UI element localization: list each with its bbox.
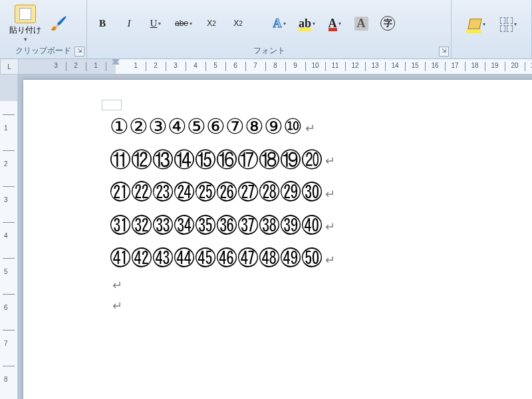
ruler-number: 2	[74, 62, 78, 69]
ruler-number: 11	[331, 62, 338, 69]
clipboard-group: 貼り付け ▾ 🖌️ クリップボード	[0, 0, 87, 59]
ruler-tick	[66, 62, 66, 71]
ruler-number: 6	[4, 304, 8, 311]
paragraph-mark: ↵	[110, 275, 532, 296]
ruler-number: 19	[491, 62, 498, 69]
paragraph-mark: ↵	[325, 220, 335, 233]
ruler-number: 2	[4, 160, 8, 168]
clipboard-dialog-launcher[interactable]	[74, 47, 84, 57]
text-effects-button[interactable]: A▾	[269, 16, 289, 31]
ruler-tick	[405, 62, 406, 71]
chevron-down-icon: ▾	[483, 21, 485, 27]
fill-color-button[interactable]: ▾	[464, 17, 488, 32]
document-line[interactable]: ①②③④⑤⑥⑦⑧⑨⑩↵	[110, 110, 532, 144]
ruler-number: 1	[4, 124, 8, 132]
ruler-tick	[245, 62, 246, 71]
work-area: 12345678 ①②③④⑤⑥⑦⑧⑨⑩↵⑪⑫⑬⑭⑮⑯⑰⑱⑲⑳↵㉑㉒㉓㉔㉕㉖㉗㉘㉙…	[0, 74, 532, 399]
paragraph-mark: ↵	[325, 154, 335, 168]
ruler-tick	[365, 62, 366, 71]
ruler-tick	[485, 62, 485, 71]
document-line[interactable]: ㉛㉜㉝㉞㉟㊱㊲㊳㊴㊵↵	[110, 209, 532, 243]
hanging-indent-marker[interactable]	[112, 59, 120, 65]
ruler-tick	[3, 186, 15, 187]
ruler-tick	[3, 366, 15, 366]
ruler-number: 3	[4, 196, 8, 203]
ruler-number: 3	[174, 62, 178, 69]
paste-label: 貼り付け	[9, 25, 41, 36]
tab-selector-label: L	[7, 63, 11, 70]
horizontal-ruler[interactable]: 32112345678910111213141516171819202122	[19, 59, 532, 74]
clipboard-group-label: クリップボード	[15, 46, 71, 55]
ruler-number: 2	[154, 62, 158, 69]
tab-selector[interactable]: L	[0, 59, 19, 74]
paint-bucket-icon	[466, 17, 481, 32]
highlight-button[interactable]: ab▾	[296, 16, 318, 31]
ruler-number: 8	[4, 376, 8, 383]
borders-button[interactable]: ▾	[497, 17, 519, 32]
ribbon: 貼り付け ▾ 🖌️ クリップボード B I U▾ abe▾ X2 X2 A▾ a…	[0, 0, 532, 59]
underline-button[interactable]: U▾	[146, 16, 166, 31]
ruler-tick	[385, 62, 386, 71]
chevron-down-icon: ▾	[190, 21, 192, 27]
character-shading-button[interactable]: A	[351, 16, 371, 31]
document-line[interactable]: ⑪⑫⑬⑭⑮⑯⑰⑱⑲⑳↵	[110, 144, 532, 177]
ruler-number: 6	[233, 62, 237, 69]
page-viewport[interactable]: ①②③④⑤⑥⑦⑧⑨⑩↵⑪⑫⑬⑭⑮⑯⑰⑱⑲⑳↵㉑㉒㉓㉔㉕㉖㉗㉘㉙㉚↵㉛㉜㉝㉞㉟㊱㊲…	[18, 74, 532, 399]
ruler-number: 10	[311, 62, 319, 69]
ruler-tick	[186, 62, 186, 71]
ruler-number: 1	[94, 62, 98, 69]
font-color-button[interactable]: A▾	[325, 16, 344, 31]
strikethrough-button[interactable]: abe▾	[172, 16, 195, 31]
shading-a-icon: A	[354, 17, 368, 31]
vertical-ruler[interactable]: 12345678	[0, 74, 18, 399]
ruler-number: 7	[4, 340, 8, 347]
ruler-tick	[525, 62, 525, 71]
ruler-tick	[3, 330, 15, 331]
font-group-label: フォント	[253, 46, 285, 55]
ruler-row: L 32112345678910111213141516171819202122	[0, 59, 532, 74]
paragraph-mark: ↵	[305, 122, 315, 135]
format-painter-button[interactable]: 🖌️	[49, 14, 68, 33]
ruler-tick	[3, 258, 15, 259]
ruler-tick	[285, 62, 286, 71]
ruler-tick	[3, 150, 15, 151]
ruler-tick	[205, 62, 206, 71]
enclosed-char-icon: 字	[380, 16, 395, 31]
ruler-tick	[325, 62, 326, 71]
ruler-tick	[425, 62, 426, 71]
ruler-number: 5	[4, 268, 8, 275]
ruler-tick	[3, 294, 15, 295]
chevron-down-icon: ▾	[283, 21, 286, 27]
ruler-tick	[505, 62, 505, 71]
ruler-tick	[3, 222, 15, 223]
paragraph-mark: ↵	[110, 296, 532, 317]
ruler-tick	[106, 62, 106, 71]
italic-button[interactable]: I	[119, 16, 139, 31]
bold-button[interactable]: B	[92, 16, 112, 31]
subscript-button[interactable]: X2	[201, 16, 221, 31]
font-group: B I U▾ abe▾ X2 X2 A▾ ab▾ A▾ A 字 フォント	[87, 0, 452, 59]
borders-icon	[500, 17, 513, 32]
ruler-tick	[305, 62, 306, 71]
font-dialog-launcher[interactable]	[439, 47, 449, 57]
ruler-number: 5	[213, 62, 217, 69]
ruler-number: 18	[471, 62, 478, 69]
superscript-button[interactable]: X2	[228, 16, 248, 31]
document-page[interactable]: ①②③④⑤⑥⑦⑧⑨⑩↵⑪⑫⑬⑭⑮⑯⑰⑱⑲⑳↵㉑㉒㉓㉔㉕㉖㉗㉘㉙㉚↵㉛㉜㉝㉞㉟㊱㊲…	[23, 80, 532, 399]
document-line[interactable]: ㉑㉒㉓㉔㉕㉖㉗㉘㉙㉚↵	[110, 176, 532, 209]
cursor-position-box	[102, 100, 122, 110]
ruler-tick	[166, 62, 166, 71]
paragraph-mark: ↵	[325, 253, 335, 267]
enclosed-characters-button[interactable]: 字	[378, 16, 398, 31]
ruler-number: 8	[273, 62, 277, 69]
ruler-top-margin	[0, 74, 17, 101]
outline-a-icon: A	[273, 17, 282, 31]
ruler-number: 16	[431, 62, 438, 69]
ruler-number: 17	[451, 62, 458, 69]
ruler-tick	[3, 114, 15, 115]
ruler-number: 14	[391, 62, 398, 69]
ruler-tick	[86, 62, 86, 71]
paste-icon	[15, 5, 36, 23]
paste-button[interactable]: 貼り付け ▾	[5, 3, 45, 44]
document-line[interactable]: ㊶㊷㊸㊹㊺㊻㊼㊽㊾㊿↵	[110, 242, 532, 275]
